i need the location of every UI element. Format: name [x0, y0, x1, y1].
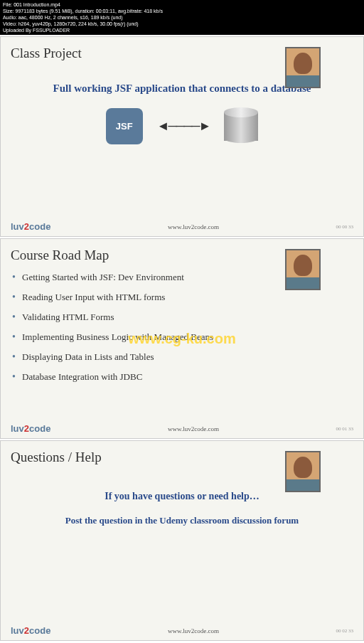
instructor-avatar-icon	[285, 451, 321, 492]
instructor-avatar-icon	[285, 249, 321, 290]
jsf-box-icon: JSF	[106, 108, 143, 144]
list-item: Validating HTML Forms	[11, 312, 353, 323]
list-item: Getting Started with JSF: Dev Environmen…	[11, 272, 353, 283]
slide-questions: Questions / Help If you have questions o…	[0, 440, 364, 641]
slide-number: 00 01 33	[336, 426, 354, 432]
database-icon	[224, 107, 258, 144]
list-item: Displaying Data in Lists and Tables	[11, 351, 353, 363]
slide-footer: luv2code www.luv2code.com 00 02 33	[11, 625, 353, 636]
question-line2: Post the question in the Udemy classroom…	[11, 515, 353, 526]
meta-video: Video: h264, yuv420p, 1280x720, 224 kb/s…	[3, 21, 361, 27]
footer-url: www.luv2code.com	[50, 627, 336, 634]
meta-audio: Audio: aac, 48000 Hz, 2 channels, s16, 1…	[3, 14, 361, 21]
footer-url: www.luv2code.com	[50, 223, 336, 230]
question-line1: If you have questions or need help…	[11, 491, 353, 502]
list-item: Database Integration with JDBC	[11, 371, 353, 383]
slide-class-project: Class Project Full working JSF applicati…	[0, 36, 364, 237]
slide-roadmap: Course Road Map www.cg-ku.com Getting St…	[0, 238, 364, 439]
slide-footer: luv2code www.luv2code.com 00 00 33	[11, 221, 353, 232]
footer-url: www.luv2code.com	[50, 425, 336, 432]
luv2code-logo: luv2code	[11, 221, 50, 232]
architecture-diagram: JSF ◄────►	[11, 107, 353, 144]
instructor-avatar-icon	[285, 47, 321, 88]
meta-size: Size: 9971183 bytes (9.51 MiB), duration…	[3, 8, 361, 14]
luv2code-logo: luv2code	[11, 423, 50, 434]
slide-number: 00 00 33	[336, 224, 354, 230]
luv2code-logo: luv2code	[11, 625, 50, 636]
slide-footer: luv2code www.luv2code.com 00 01 33	[11, 423, 353, 434]
list-item: Implementing Business Logic with Managed…	[11, 331, 353, 343]
meta-uploaded: Uploaded By FSSUPLOADER	[3, 27, 361, 33]
meta-file: File: 001 Introduction.mp4	[3, 1, 361, 8]
list-item: Reading User Input with HTML forms	[11, 292, 353, 303]
slide-number: 00 02 33	[336, 628, 354, 634]
bidirectional-arrow-icon: ◄────►	[157, 119, 210, 134]
video-metadata: File: 001 Introduction.mp4 Size: 9971183…	[0, 0, 364, 35]
